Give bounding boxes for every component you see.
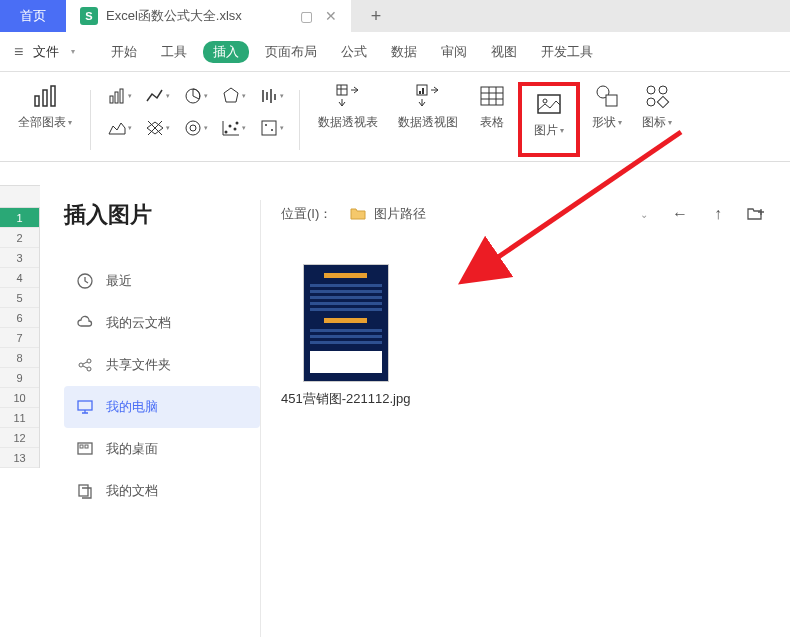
- picture-button[interactable]: 图片▾: [526, 90, 572, 139]
- pie-chart-icon[interactable]: ▾: [177, 86, 213, 106]
- column-chart-icon[interactable]: ▾: [101, 86, 137, 106]
- svg-rect-4: [115, 92, 118, 103]
- row-header-2[interactable]: 2: [0, 228, 39, 248]
- svg-rect-0: [35, 96, 39, 106]
- pivot-table-button[interactable]: 数据透视表: [310, 82, 386, 157]
- sidebar-label-computer: 我的电脑: [106, 398, 158, 416]
- menu-view[interactable]: 视图: [483, 39, 525, 65]
- all-charts-label: 全部图表: [18, 114, 66, 131]
- hamburger-icon[interactable]: ≡: [14, 43, 23, 61]
- spreadsheet-icon: S: [80, 7, 98, 25]
- menu-dev-tools[interactable]: 开发工具: [533, 39, 601, 65]
- path-select[interactable]: 图片路径 ⌄: [342, 201, 656, 227]
- desktop-icon: [76, 440, 94, 458]
- file-menu[interactable]: 文件: [33, 43, 59, 61]
- back-button[interactable]: ←: [666, 200, 694, 228]
- up-button[interactable]: ↑: [704, 200, 732, 228]
- sidebar-item-desktop[interactable]: 我的桌面: [64, 428, 260, 470]
- content-area: 1 2 3 4 5 6 7 8 9 10 11 12 13 插入图片 最近: [0, 162, 790, 637]
- pivot-table-label: 数据透视表: [318, 114, 378, 131]
- sidebar-item-cloud[interactable]: 我的云文档: [64, 302, 260, 344]
- bar-chart-icon: [31, 82, 59, 110]
- row-headers: 1 2 3 4 5 6 7 8 9 10 11 12 13: [0, 208, 40, 468]
- scatter-chart-icon[interactable]: ▾: [215, 118, 251, 138]
- row-header-6[interactable]: 6: [0, 308, 39, 328]
- cloud-icon: [76, 314, 94, 332]
- radar-chart-icon[interactable]: ▾: [215, 86, 251, 106]
- row-header-9[interactable]: 9: [0, 368, 39, 388]
- tab-file-title: Excel函数公式大全.xlsx: [106, 7, 242, 25]
- share-icon: [76, 356, 94, 374]
- new-folder-button[interactable]: [742, 200, 770, 228]
- icons-icon: [643, 82, 671, 110]
- svg-point-28: [647, 98, 655, 106]
- row-header-8[interactable]: 8: [0, 348, 39, 368]
- separator: [90, 90, 91, 150]
- menu-start[interactable]: 开始: [103, 39, 145, 65]
- row-header-4[interactable]: 4: [0, 268, 39, 288]
- svg-point-13: [235, 122, 238, 125]
- row-header-11[interactable]: 11: [0, 408, 39, 428]
- sidebar-label-recent: 最近: [106, 272, 132, 290]
- row-header-7[interactable]: 7: [0, 328, 39, 348]
- menu-insert[interactable]: 插入: [203, 41, 249, 63]
- shape-button[interactable]: 形状▾: [584, 82, 630, 157]
- xy-chart-icon[interactable]: ▾: [139, 118, 175, 138]
- file-item[interactable]: 451营销图-221112.jpg: [281, 264, 410, 408]
- table-icon: [478, 82, 506, 110]
- svg-point-12: [233, 128, 236, 131]
- tab-home[interactable]: 首页: [0, 0, 66, 32]
- row-header-5[interactable]: 5: [0, 288, 39, 308]
- sidebar-item-documents[interactable]: 我的文档: [64, 470, 260, 512]
- svg-point-27: [659, 86, 667, 94]
- menu-review[interactable]: 审阅: [433, 39, 475, 65]
- menu-data[interactable]: 数据: [383, 39, 425, 65]
- select-all-cell[interactable]: [0, 186, 40, 208]
- menu-formula[interactable]: 公式: [333, 39, 375, 65]
- svg-point-23: [543, 99, 547, 103]
- svg-rect-21: [481, 87, 503, 105]
- picture-icon: [535, 90, 563, 118]
- all-charts-button[interactable]: 全部图表▾: [10, 82, 80, 157]
- table-button[interactable]: 表格: [470, 82, 514, 157]
- row-header-12[interactable]: 12: [0, 428, 39, 448]
- tab-file[interactable]: S Excel函数公式大全.xlsx ▢ ✕: [66, 0, 351, 32]
- svg-rect-17: [337, 85, 347, 95]
- row-header-1[interactable]: 1: [0, 208, 39, 228]
- add-tab-button[interactable]: +: [371, 6, 382, 27]
- file-grid: 451营销图-221112.jpg: [281, 264, 770, 408]
- dialog-sidebar: 插入图片 最近 我的云文档 共享文件夹 我的电脑: [40, 172, 260, 637]
- line-chart-icon[interactable]: ▾: [139, 86, 175, 106]
- window-icon[interactable]: ▢: [300, 8, 313, 24]
- row-header-13[interactable]: 13: [0, 448, 39, 468]
- menu-tools[interactable]: 工具: [153, 39, 195, 65]
- area-chart-icon[interactable]: ▾: [101, 118, 137, 138]
- close-tab-icon[interactable]: ✕: [325, 8, 337, 24]
- svg-rect-37: [85, 445, 88, 448]
- sidebar-item-computer[interactable]: 我的电脑: [64, 386, 260, 428]
- combo-chart-icon[interactable]: ▾: [253, 118, 289, 138]
- clock-icon: [76, 272, 94, 290]
- file-menu-caret[interactable]: ▾: [71, 47, 75, 56]
- menu-page-layout[interactable]: 页面布局: [257, 39, 325, 65]
- table-label: 表格: [480, 114, 504, 131]
- icons-button[interactable]: 图标▾: [634, 82, 680, 157]
- svg-point-16: [271, 129, 273, 131]
- sidebar-item-shared[interactable]: 共享文件夹: [64, 344, 260, 386]
- path-caret-icon: ⌄: [640, 209, 648, 220]
- tab-file-controls: ▢ ✕: [300, 8, 337, 24]
- row-header-3[interactable]: 3: [0, 248, 39, 268]
- shape-icon: [593, 82, 621, 110]
- row-header-10[interactable]: 10: [0, 388, 39, 408]
- documents-icon: [76, 482, 94, 500]
- stock-chart-icon[interactable]: ▾: [253, 86, 289, 106]
- svg-rect-25: [606, 95, 617, 106]
- pivot-view-button[interactable]: 数据透视图: [390, 82, 466, 157]
- svg-point-11: [228, 125, 231, 128]
- sidebar-item-recent[interactable]: 最近: [64, 260, 260, 302]
- formula-bar-spacer: [0, 162, 40, 186]
- svg-rect-34: [78, 401, 92, 410]
- ribbon-toolbar: 全部图表▾ ▾ ▾ ▾ ▾ ▾ ▾ ▾ ▾ ▾ ▾ 数据透视表 数据透视图 表格: [0, 72, 790, 162]
- svg-point-8: [186, 121, 200, 135]
- donut-chart-icon[interactable]: ▾: [177, 118, 213, 138]
